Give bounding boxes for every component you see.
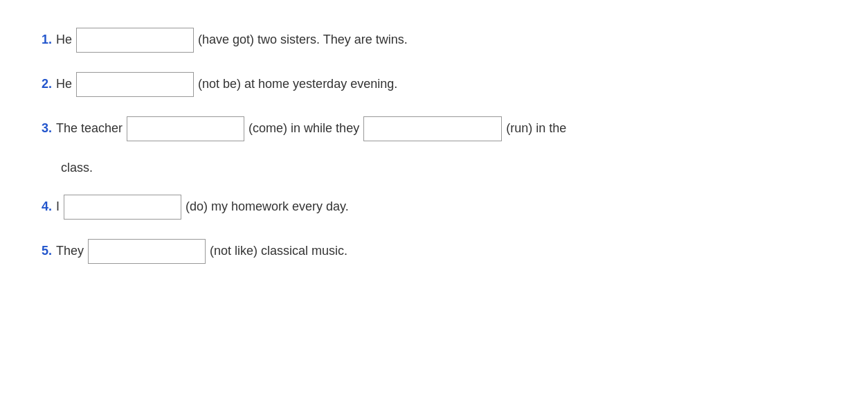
item-3-suffix: (run) in the (506, 117, 566, 139)
item-3-continuation: class. (61, 161, 826, 175)
item-2-prefix: He (56, 73, 72, 95)
item-3-input-1[interactable] (127, 116, 244, 141)
item-4-input[interactable] (64, 195, 181, 220)
item-1-input[interactable] (76, 28, 194, 53)
item-1-hint: (have got) two sisters. They are twins. (198, 28, 408, 51)
item-number-5: 5. (42, 240, 52, 262)
exercise-item-1: 1. He (have got) two sisters. They are t… (42, 28, 826, 53)
item-number-3: 3. (42, 117, 52, 139)
item-2-input[interactable] (76, 72, 194, 97)
item-number-1: 1. (42, 28, 52, 51)
exercise-item-4: 4. I (do) my homework every day. (42, 195, 826, 220)
exercise-item-5: 5. They (not like) classical music. (42, 239, 826, 264)
exercise-item-2: 2. He (not be) at home yesterday evening… (42, 72, 826, 97)
item-4-hint: (do) my homework every day. (186, 195, 349, 217)
item-3-input-2[interactable] (363, 116, 502, 141)
item-5-prefix: They (56, 240, 84, 262)
item-5-hint: (not like) classical music. (210, 240, 347, 262)
item-4-prefix: I (56, 195, 60, 217)
exercise-item-3: 3. The teacher (come) in while they (run… (42, 116, 826, 141)
item-number-2: 2. (42, 73, 52, 95)
item-1-prefix: He (56, 28, 72, 51)
item-5-input[interactable] (88, 239, 206, 264)
item-3-prefix: The teacher (56, 117, 123, 139)
item-2-hint: (not be) at home yesterday evening. (198, 73, 397, 95)
item-number-4: 4. (42, 195, 52, 217)
item-3-middle: (come) in while they (248, 117, 359, 139)
